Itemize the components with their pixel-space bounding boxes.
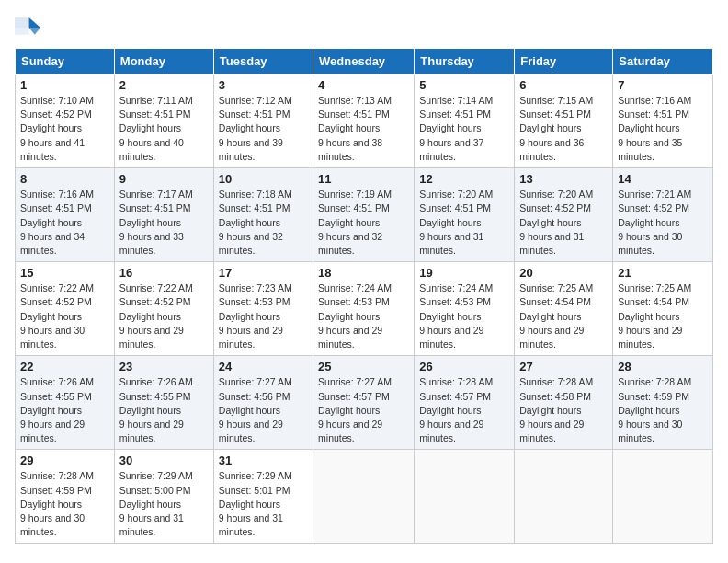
day-number: 12 [419, 172, 509, 186]
day-number: 4 [318, 78, 409, 92]
day-number: 29 [20, 454, 109, 467]
day-number: 22 [20, 360, 109, 373]
calendar-day-cell: 15 Sunrise: 7:22 AM Sunset: 4:52 PM Dayl… [16, 262, 115, 356]
day-number: 26 [419, 360, 509, 373]
day-info: Sunrise: 7:29 AM Sunset: 5:00 PM Dayligh… [119, 469, 209, 539]
calendar-day-cell: 28 Sunrise: 7:28 AM Sunset: 4:59 PM Dayl… [613, 356, 713, 450]
day-number: 31 [219, 454, 308, 467]
day-number: 8 [20, 172, 109, 186]
day-number: 27 [519, 360, 608, 373]
day-info: Sunrise: 7:17 AM Sunset: 4:51 PM Dayligh… [119, 188, 209, 258]
day-number: 7 [618, 78, 708, 92]
day-number: 13 [519, 172, 608, 186]
day-number: 10 [219, 172, 308, 186]
day-info: Sunrise: 7:22 AM Sunset: 4:52 PM Dayligh… [119, 282, 209, 351]
calendar-day-cell: 13 Sunrise: 7:20 AM Sunset: 4:52 PM Dayl… [515, 168, 613, 262]
calendar-day-cell: 27 Sunrise: 7:28 AM Sunset: 4:58 PM Dayl… [515, 356, 613, 450]
calendar-day-cell: 4 Sunrise: 7:13 AM Sunset: 4:51 PM Dayli… [313, 75, 415, 168]
day-number: 28 [618, 360, 708, 373]
day-number: 25 [318, 360, 409, 373]
weekday-header: Saturday [613, 49, 713, 75]
day-info: Sunrise: 7:26 AM Sunset: 4:55 PM Dayligh… [20, 375, 109, 445]
day-number: 5 [419, 78, 509, 92]
calendar-week-row: 29 Sunrise: 7:28 AM Sunset: 4:59 PM Dayl… [16, 450, 713, 544]
calendar-day-cell: 24 Sunrise: 7:27 AM Sunset: 4:56 PM Dayl… [213, 356, 313, 450]
calendar-day-cell: 26 Sunrise: 7:28 AM Sunset: 4:57 PM Dayl… [415, 356, 515, 450]
day-number: 15 [20, 266, 109, 280]
day-info: Sunrise: 7:28 AM Sunset: 4:59 PM Dayligh… [618, 375, 708, 445]
calendar-day-cell: 8 Sunrise: 7:16 AM Sunset: 4:51 PM Dayli… [16, 168, 115, 262]
day-info: Sunrise: 7:20 AM Sunset: 4:51 PM Dayligh… [419, 188, 509, 258]
day-info: Sunrise: 7:14 AM Sunset: 4:51 PM Dayligh… [419, 94, 509, 164]
weekday-header: Thursday [415, 49, 515, 75]
day-number: 6 [519, 78, 608, 92]
calendar-day-cell: 12 Sunrise: 7:20 AM Sunset: 4:51 PM Dayl… [415, 168, 515, 262]
calendar-body: 1 Sunrise: 7:10 AM Sunset: 4:52 PM Dayli… [16, 75, 713, 544]
day-number: 1 [20, 78, 109, 92]
day-info: Sunrise: 7:28 AM Sunset: 4:57 PM Dayligh… [419, 375, 509, 445]
day-info: Sunrise: 7:24 AM Sunset: 4:53 PM Dayligh… [318, 282, 409, 351]
calendar-day-cell: 3 Sunrise: 7:12 AM Sunset: 4:51 PM Dayli… [213, 75, 313, 168]
calendar-day-cell: 18 Sunrise: 7:24 AM Sunset: 4:53 PM Dayl… [313, 262, 415, 356]
weekday-header: Sunday [16, 49, 115, 75]
day-info: Sunrise: 7:21 AM Sunset: 4:52 PM Dayligh… [618, 188, 708, 258]
day-info: Sunrise: 7:10 AM Sunset: 4:52 PM Dayligh… [20, 94, 109, 164]
calendar-day-cell: 25 Sunrise: 7:27 AM Sunset: 4:57 PM Dayl… [313, 356, 415, 450]
calendar-day-cell: 23 Sunrise: 7:26 AM Sunset: 4:55 PM Dayl… [114, 356, 213, 450]
day-info: Sunrise: 7:18 AM Sunset: 4:51 PM Dayligh… [219, 188, 308, 258]
day-info: Sunrise: 7:25 AM Sunset: 4:54 PM Dayligh… [618, 282, 708, 351]
calendar-day-cell: 9 Sunrise: 7:17 AM Sunset: 4:51 PM Dayli… [114, 168, 213, 262]
calendar-day-cell: 7 Sunrise: 7:16 AM Sunset: 4:51 PM Dayli… [613, 75, 713, 168]
calendar-day-cell: 14 Sunrise: 7:21 AM Sunset: 4:52 PM Dayl… [613, 168, 713, 262]
day-info: Sunrise: 7:26 AM Sunset: 4:55 PM Dayligh… [119, 375, 209, 445]
calendar-day-cell: 17 Sunrise: 7:23 AM Sunset: 4:53 PM Dayl… [213, 262, 313, 356]
calendar-day-cell: 31 Sunrise: 7:29 AM Sunset: 5:01 PM Dayl… [213, 450, 313, 544]
day-info: Sunrise: 7:22 AM Sunset: 4:52 PM Dayligh… [20, 282, 109, 351]
calendar-day-cell: 19 Sunrise: 7:24 AM Sunset: 4:53 PM Dayl… [415, 262, 515, 356]
day-info: Sunrise: 7:16 AM Sunset: 4:51 PM Dayligh… [20, 188, 109, 258]
day-number: 16 [119, 266, 209, 280]
calendar-day-cell: 29 Sunrise: 7:28 AM Sunset: 4:59 PM Dayl… [16, 450, 115, 544]
calendar-day-cell: 1 Sunrise: 7:10 AM Sunset: 4:52 PM Dayli… [16, 75, 115, 168]
day-number: 14 [618, 172, 708, 186]
calendar-day-cell: 10 Sunrise: 7:18 AM Sunset: 4:51 PM Dayl… [213, 168, 313, 262]
logo-icon [15, 15, 40, 40]
day-info: Sunrise: 7:28 AM Sunset: 4:59 PM Dayligh… [20, 469, 109, 539]
calendar-table: SundayMondayTuesdayWednesdayThursdayFrid… [15, 48, 713, 544]
calendar-day-cell: 11 Sunrise: 7:19 AM Sunset: 4:51 PM Dayl… [313, 168, 415, 262]
calendar-day-cell [613, 450, 713, 544]
day-info: Sunrise: 7:12 AM Sunset: 4:51 PM Dayligh… [219, 94, 308, 164]
svg-rect-3 [15, 17, 29, 28]
day-info: Sunrise: 7:24 AM Sunset: 4:53 PM Dayligh… [419, 282, 509, 351]
day-number: 30 [119, 454, 209, 467]
day-info: Sunrise: 7:19 AM Sunset: 4:51 PM Dayligh… [318, 188, 409, 258]
day-number: 24 [219, 360, 308, 373]
weekday-header: Monday [114, 49, 213, 75]
logo [15, 15, 44, 40]
day-info: Sunrise: 7:11 AM Sunset: 4:51 PM Dayligh… [119, 94, 209, 164]
calendar-week-row: 1 Sunrise: 7:10 AM Sunset: 4:52 PM Dayli… [16, 75, 713, 168]
day-info: Sunrise: 7:23 AM Sunset: 4:53 PM Dayligh… [219, 282, 308, 351]
calendar-week-row: 22 Sunrise: 7:26 AM Sunset: 4:55 PM Dayl… [16, 356, 713, 450]
day-number: 19 [419, 266, 509, 280]
day-number: 21 [618, 266, 708, 280]
day-number: 20 [519, 266, 608, 280]
calendar-day-cell: 22 Sunrise: 7:26 AM Sunset: 4:55 PM Dayl… [16, 356, 115, 450]
day-number: 2 [119, 78, 209, 92]
calendar-day-cell [415, 450, 515, 544]
calendar-header-row: SundayMondayTuesdayWednesdayThursdayFrid… [16, 49, 713, 75]
calendar-day-cell: 5 Sunrise: 7:14 AM Sunset: 4:51 PM Dayli… [415, 75, 515, 168]
calendar-day-cell: 30 Sunrise: 7:29 AM Sunset: 5:00 PM Dayl… [114, 450, 213, 544]
day-info: Sunrise: 7:13 AM Sunset: 4:51 PM Dayligh… [318, 94, 409, 164]
calendar-day-cell: 21 Sunrise: 7:25 AM Sunset: 4:54 PM Dayl… [613, 262, 713, 356]
day-number: 11 [318, 172, 409, 186]
calendar-day-cell [515, 450, 613, 544]
calendar-day-cell: 20 Sunrise: 7:25 AM Sunset: 4:54 PM Dayl… [515, 262, 613, 356]
calendar-day-cell: 16 Sunrise: 7:22 AM Sunset: 4:52 PM Dayl… [114, 262, 213, 356]
calendar-day-cell: 6 Sunrise: 7:15 AM Sunset: 4:51 PM Dayli… [515, 75, 613, 168]
weekday-header: Wednesday [313, 49, 415, 75]
day-number: 3 [219, 78, 308, 92]
weekday-header: Friday [515, 49, 613, 75]
day-info: Sunrise: 7:25 AM Sunset: 4:54 PM Dayligh… [519, 282, 608, 351]
day-info: Sunrise: 7:29 AM Sunset: 5:01 PM Dayligh… [219, 469, 308, 539]
